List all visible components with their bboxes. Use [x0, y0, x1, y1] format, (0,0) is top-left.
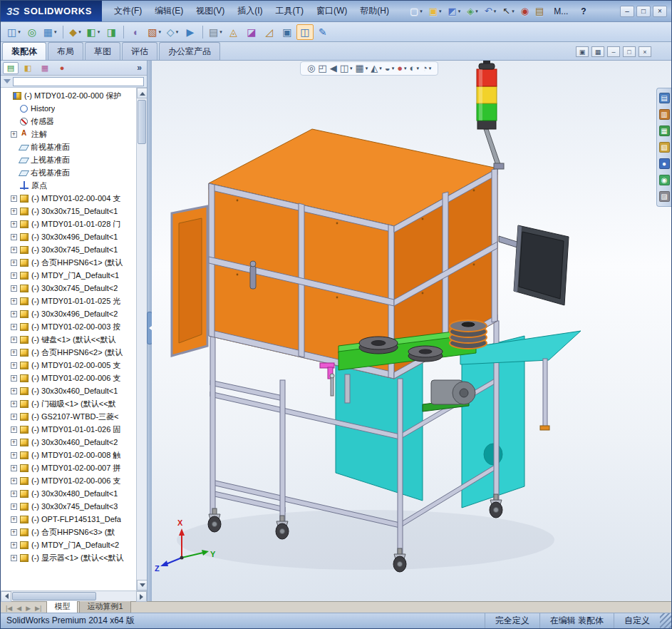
tree-item[interactable]: +(-) MTDY01-01-01-028 门: [1, 218, 136, 230]
scroll-thumb[interactable]: [12, 592, 96, 600]
tree-item[interactable]: (-) MTDY01-02-00-000 保护: [1, 89, 136, 102]
expand-toggle[interactable]: +: [11, 349, 17, 356]
mass-properties-button[interactable]: ▣: [279, 24, 296, 40]
tree-item[interactable]: 传感器: [1, 115, 136, 128]
tab-nav-button[interactable]: |◀: [4, 605, 14, 612]
expand-toggle[interactable]: +: [11, 516, 17, 523]
expand-toggle[interactable]: +: [11, 414, 17, 420]
tree-item[interactable]: +(-) 合页HHPSN6<3> (默: [1, 526, 136, 538]
solidworks-resources-button[interactable]: ▤: [659, 93, 670, 103]
previous-view-button[interactable]: ◀: [330, 63, 337, 73]
expand-toggle[interactable]: +: [11, 529, 17, 536]
measure-button[interactable]: ◿: [261, 24, 278, 40]
tree-item[interactable]: +(-) 30x30x460_Default<2: [1, 436, 136, 449]
menu-item[interactable]: 文件(F): [108, 2, 148, 20]
cascade-windows-button[interactable]: ▦: [591, 46, 604, 57]
minimize-button[interactable]: –: [620, 6, 634, 17]
expand-toggle[interactable]: +: [11, 285, 17, 292]
scroll-right-button[interactable]: [136, 591, 147, 602]
expand-toggle[interactable]: +: [11, 272, 17, 279]
interference-detection-button[interactable]: ◪: [243, 24, 260, 40]
assembly-features-button[interactable]: ▧▾: [145, 24, 163, 40]
view-orientation-button[interactable]: ▦▾: [355, 63, 368, 73]
reference-geometry-button[interactable]: ◇▾: [164, 24, 181, 40]
tree-item[interactable]: +(-) MTDY_门A_Default<1: [1, 269, 136, 282]
close-document-button[interactable]: ×: [639, 46, 651, 57]
expand-toggle[interactable]: +: [11, 555, 17, 561]
exploded-view-button[interactable]: ◬: [225, 24, 242, 40]
sketch-button[interactable]: ✎: [314, 24, 331, 40]
configurationmanager-tab[interactable]: ▦: [37, 62, 53, 74]
tree-vertical-scrollbar[interactable]: [136, 88, 147, 590]
document-tab[interactable]: 运动算例1: [79, 600, 130, 613]
tree-item[interactable]: +(-) 合页HHPSN6<2> (默认: [1, 346, 136, 359]
menu-item[interactable]: 编辑(E): [148, 2, 190, 20]
expand-toggle[interactable]: +: [11, 131, 17, 138]
expand-toggle[interactable]: +: [11, 465, 17, 471]
tree-item[interactable]: 右视基准面: [1, 166, 136, 179]
tree-horizontal-scrollbar[interactable]: [1, 590, 147, 601]
rebuild-button[interactable]: ◉: [518, 4, 532, 18]
tree-item[interactable]: +(-) MTDY01-02-00-008 触: [1, 449, 136, 461]
scroll-down-button[interactable]: [137, 580, 147, 590]
menu-item[interactable]: 帮助(H): [353, 2, 396, 20]
rotate-component-button[interactable]: ◨: [103, 24, 120, 40]
expand-toggle[interactable]: +: [11, 221, 17, 227]
tree-item[interactable]: +(-) 显示器<1> (默认<<默认: [1, 551, 136, 564]
command-tab[interactable]: 布局: [48, 42, 83, 60]
tab-nav-button[interactable]: ▶: [24, 605, 32, 612]
tree-item[interactable]: +(-) 键盘<1> (默认<<默认: [1, 333, 136, 346]
linear-component-pattern-button[interactable]: ▦▾: [41, 24, 59, 40]
select-button[interactable]: ↖▾: [500, 4, 517, 18]
new-document-button[interactable]: ▢▾: [407, 4, 425, 18]
tree-item[interactable]: +(-) MTDY01-01-01-025 光: [1, 295, 136, 307]
command-tab[interactable]: 办公室产品: [159, 42, 220, 60]
file-explorer-button[interactable]: ▦: [659, 126, 670, 136]
expand-toggle[interactable]: +: [11, 195, 17, 202]
expand-toggle[interactable]: +: [11, 426, 17, 433]
tree-item[interactable]: +(-) 30x30x745_Default<2: [1, 282, 136, 295]
insert-components-button[interactable]: ◫▾: [5, 24, 23, 40]
tree-item[interactable]: +(-) 30x30x745_Default<1: [1, 243, 136, 256]
tree-item[interactable]: +(-) MTDY01-02-00-006 支: [1, 474, 136, 487]
tree-item[interactable]: 上视基准面: [1, 153, 136, 166]
tree-item[interactable]: +(-) 门磁吸<1> (默认<<默: [1, 397, 136, 410]
featuremanager-tab[interactable]: ▤: [3, 62, 19, 74]
expand-toggle[interactable]: +: [11, 234, 17, 240]
expand-toggle[interactable]: +: [11, 401, 17, 407]
tree-item[interactable]: +(-) MTDY01-02-00-005 支: [1, 359, 136, 372]
tree-item[interactable]: +(-) MTDY01-02-00-006 支: [1, 372, 136, 384]
tree-item[interactable]: +(-) MTDY01-01-01-026 固: [1, 423, 136, 436]
tree-item[interactable]: +(-) 30x30x460_Default<1: [1, 384, 136, 397]
filter-input[interactable]: [13, 77, 144, 86]
tree-item[interactable]: +(-) MTDY_门A_Default<2: [1, 538, 136, 551]
tree-item[interactable]: +(-) 30x30x496_Default<1: [1, 230, 136, 243]
maximize-button[interactable]: □: [636, 6, 651, 17]
expand-toggle[interactable]: +: [11, 439, 17, 446]
search-shortcut[interactable]: M...: [554, 6, 568, 16]
tree-item[interactable]: +(-) 30x30x745_Default<3: [1, 500, 136, 513]
expand-toggle[interactable]: +: [11, 298, 17, 305]
custom-properties-button[interactable]: ◉: [659, 175, 670, 185]
command-tab[interactable]: 评估: [122, 42, 157, 60]
expand-toggle[interactable]: +: [11, 362, 17, 369]
propertymanager-tab[interactable]: ◧: [20, 62, 36, 74]
zoom-to-fit-button[interactable]: ◎: [307, 63, 315, 73]
tree-item[interactable]: +(-) MTDY01-02-00-003 按: [1, 320, 136, 333]
menu-item[interactable]: 窗口(W): [310, 2, 353, 20]
expand-toggle[interactable]: +: [11, 542, 17, 548]
expand-toggle[interactable]: +: [11, 375, 17, 382]
tree-item[interactable]: +(-) MTDY01-02-00-004 支: [1, 192, 136, 205]
document-recovery-button[interactable]: ▨: [659, 191, 670, 202]
view-palette-button[interactable]: ▧: [659, 142, 670, 153]
status-segment[interactable]: 在编辑 装配体: [539, 613, 614, 628]
section-view-button[interactable]: ◫▾: [340, 63, 353, 73]
resize-grip[interactable]: [660, 613, 671, 628]
document-tab[interactable]: 模型: [46, 600, 78, 613]
design-library-button[interactable]: ▥: [659, 109, 670, 120]
view-settings-button[interactable]: ◔▾: [422, 63, 431, 73]
save-document-button[interactable]: ◩▾: [445, 4, 464, 18]
graphics-viewport[interactable]: X Y Z ◎◰◀◫▾▦▾◭▾◒▾●▾◐▾◔▾ ▤▥▦▧●◉▨: [152, 61, 671, 601]
apply-scene-button[interactable]: ◐▾: [410, 63, 419, 73]
restore-document-button[interactable]: □: [623, 46, 636, 57]
